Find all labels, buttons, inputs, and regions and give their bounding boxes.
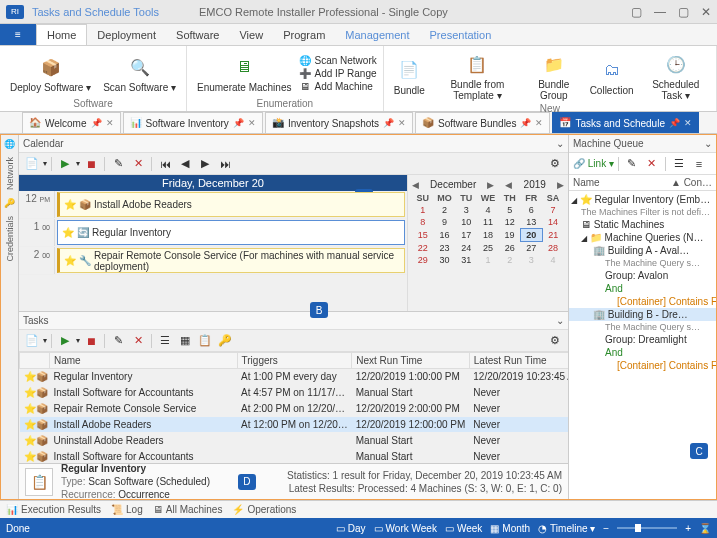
month-next-icon[interactable]: ▶ — [487, 180, 494, 190]
close-tab-icon[interactable]: ✕ — [398, 118, 406, 128]
expand-button[interactable]: ≡ — [690, 155, 708, 173]
scheduled-task-button[interactable]: 🕒Scheduled Task ▾ — [642, 48, 710, 103]
dropdown-icon[interactable]: ▾ — [43, 159, 47, 168]
view-month-button[interactable]: ▦ Month — [490, 523, 530, 534]
doc-tab-welcome[interactable]: 🏠Welcome📌✕ — [22, 112, 121, 133]
nav-prev-button[interactable]: ◀ — [176, 155, 194, 173]
gear-icon[interactable]: ⚙ — [546, 155, 564, 173]
pin-icon[interactable]: 📌 — [91, 118, 102, 128]
col-triggers[interactable]: Triggers — [237, 353, 352, 369]
pin-icon[interactable]: 📌 — [383, 118, 394, 128]
tree-item[interactable]: Group: Avalon — [569, 269, 716, 282]
network-rail-icon[interactable]: 🌐 — [4, 139, 15, 149]
dropdown-icon[interactable]: ▾ — [76, 159, 80, 168]
year-next-icon[interactable]: ▶ — [557, 180, 564, 190]
tab-view[interactable]: View — [229, 24, 273, 45]
nav-first-button[interactable]: ⏮ — [156, 155, 174, 173]
bundle-from-template-button[interactable]: 📋Bundle from Template ▾ — [433, 48, 522, 103]
ribbon-minimize-icon[interactable]: ▢ — [631, 5, 642, 19]
tree-item[interactable]: And — [569, 346, 716, 359]
network-rail-tab[interactable]: Network — [5, 157, 15, 190]
bundle-button[interactable]: 📄Bundle — [390, 54, 429, 98]
table-row[interactable]: ⭐📦Install Adobe ReadersAt 12:00 PM on 12… — [20, 417, 569, 433]
table-row[interactable]: ⭐📦Uninstall Adobe ReadersManual StartNev… — [20, 433, 569, 449]
panel-chevron-icon[interactable]: ⌄ — [556, 315, 564, 326]
tree-item[interactable]: The Machine Query s… — [569, 257, 716, 269]
close-tab-icon[interactable]: ✕ — [535, 118, 543, 128]
calendar-grid[interactable]: 12 PM⭐📦Install Adobe Readers 1 00⭐🔄Regul… — [19, 191, 407, 311]
col-latest-run[interactable]: Latest Run Time — [469, 353, 568, 369]
tab-management[interactable]: Management — [335, 24, 419, 45]
calendar-today[interactable]: 20 — [521, 229, 543, 242]
delete-button[interactable]: ✕ — [643, 155, 661, 173]
new-task-button[interactable]: 📄 — [23, 332, 41, 350]
tab-software[interactable]: Software — [166, 24, 229, 45]
new-button[interactable]: 📄 — [23, 155, 41, 173]
credentials-rail-icon[interactable]: 🔑 — [4, 198, 15, 208]
tree-item[interactable]: The Machines Filter is not defi… — [569, 206, 716, 218]
tree-item[interactable]: The Machine Query s… — [569, 321, 716, 333]
col-next-run[interactable]: Next Run Time — [352, 353, 470, 369]
table-row[interactable]: ⭐📦Repair Remote Console ServiceAt 2:00 P… — [20, 401, 569, 417]
log-tab[interactable]: 📜 Log — [111, 504, 143, 515]
doc-tab-software-bundles[interactable]: 📦Software Bundles📌✕ — [415, 112, 550, 133]
tab-presentation[interactable]: Presentation — [420, 24, 502, 45]
tree-item[interactable]: 🖥 Static Machines — [569, 218, 716, 231]
tab-deployment[interactable]: Deployment — [87, 24, 166, 45]
view-timeline-button[interactable]: ◔ Timeline ▾ — [538, 523, 595, 534]
zoom-slider[interactable] — [617, 527, 677, 529]
credentials-rail-tab[interactable]: Credentials — [5, 216, 15, 262]
tasks-grid[interactable]: Name Triggers Next Run Time Latest Run T… — [19, 352, 568, 463]
dropdown-icon[interactable]: ▾ — [43, 336, 47, 345]
table-row[interactable]: ⭐📦Install Software for AccountantsAt 4:5… — [20, 385, 569, 401]
tree-item[interactable]: ◢ ⭐ Regular Inventory (Emb… — [569, 193, 716, 206]
file-menu-button[interactable]: ≡ — [0, 24, 36, 45]
table-row[interactable]: ⭐📦Install Software for AccountantsManual… — [20, 449, 569, 464]
list-button[interactable]: ☰ — [670, 155, 688, 173]
run-task-button[interactable]: ▶ — [56, 332, 74, 350]
pin-icon[interactable]: 📌 — [520, 118, 531, 128]
view-day-button[interactable]: ▭ Day — [336, 523, 366, 534]
tab-home[interactable]: Home — [36, 24, 87, 45]
add-machine-button[interactable]: 🖥Add Machine — [299, 80, 376, 92]
delete-task-button[interactable]: ✕ — [129, 332, 147, 350]
month-prev-icon[interactable]: ◀ — [412, 180, 419, 190]
stop-task-button[interactable]: ⏹ — [82, 332, 100, 350]
view-workweek-button[interactable]: ▭ Work Week — [374, 523, 437, 534]
tree-item[interactable]: 🏢 Building B - Dre… — [569, 308, 716, 321]
calendar-event[interactable]: ⭐🔄Regular Inventory — [57, 220, 405, 245]
calendar-event[interactable]: ⭐🔧Repair Remote Console Service (For mac… — [57, 248, 405, 273]
all-machines-tab[interactable]: 🖥 All Machines — [153, 504, 223, 515]
tree-item[interactable]: ◢ 📁 Machine Queries (N… — [569, 231, 716, 244]
panel-chevron-icon[interactable]: ⌄ — [556, 138, 564, 149]
tree-item[interactable]: 🏢 Building A - Aval… — [569, 244, 716, 257]
view-week-button[interactable]: ▭ Week — [445, 523, 482, 534]
tree-item[interactable]: [Container] Contains Flo… — [569, 295, 716, 308]
deploy-software-button[interactable]: 📦Deploy Software ▾ — [6, 51, 95, 95]
edit-button[interactable]: ✎ — [623, 155, 641, 173]
delete-button[interactable]: ✕ — [129, 155, 147, 173]
operations-tab[interactable]: ⚡ Operations — [232, 504, 296, 515]
close-tab-icon[interactable]: ✕ — [106, 118, 114, 128]
close-icon[interactable]: ✕ — [701, 5, 711, 19]
doc-tab-inventory-snapshots[interactable]: 📸Inventory Snapshots📌✕ — [265, 112, 413, 133]
calendar-event[interactable]: ⭐📦Install Adobe Readers — [57, 192, 405, 217]
execution-results-tab[interactable]: 📊 Execution Results — [6, 504, 101, 515]
scan-software-button[interactable]: 🔍Scan Software ▾ — [99, 51, 180, 95]
list-view-button[interactable]: ☰ — [156, 332, 174, 350]
run-button[interactable]: ▶ — [56, 155, 74, 173]
filter-button[interactable]: 🔑 — [216, 332, 234, 350]
nav-next-button[interactable]: ▶ — [196, 155, 214, 173]
close-tab-icon[interactable]: ✕ — [248, 118, 256, 128]
maximize-icon[interactable]: ▢ — [678, 5, 689, 19]
link-button[interactable]: 🔗 Link ▾ — [573, 158, 614, 169]
doc-tab-tasks-schedule[interactable]: 📅Tasks and Schedule📌✕ — [552, 112, 699, 133]
panel-chevron-icon[interactable]: ⌄ — [704, 138, 712, 149]
scan-network-button[interactable]: 🌐Scan Network — [299, 54, 376, 66]
gear-icon[interactable]: ⚙ — [546, 332, 564, 350]
enumerate-machines-button[interactable]: 🖥Enumerate Machines — [193, 51, 296, 95]
nav-last-button[interactable]: ⏭ — [216, 155, 234, 173]
pin-icon[interactable]: 📌 — [669, 118, 680, 128]
close-tab-icon[interactable]: ✕ — [684, 118, 692, 128]
detail-view-button[interactable]: 📋 — [196, 332, 214, 350]
